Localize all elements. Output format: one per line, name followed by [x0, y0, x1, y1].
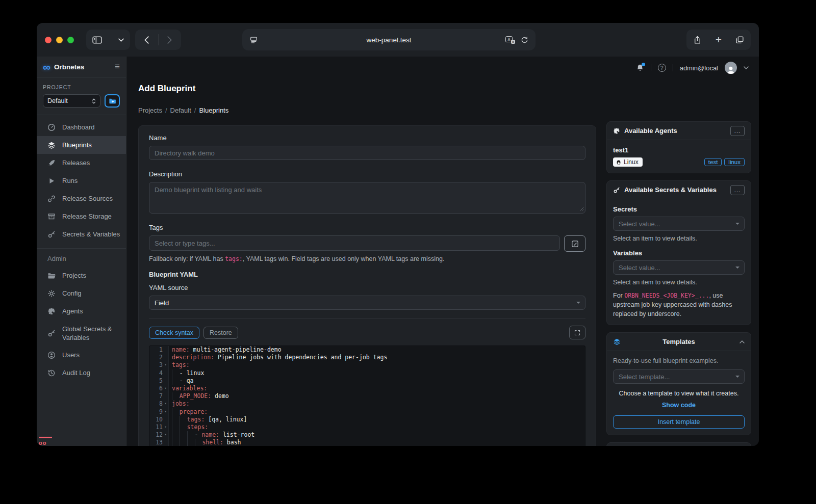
hamburger-menu-icon[interactable]: ≡	[115, 62, 120, 72]
close-window-button[interactable]	[45, 37, 52, 43]
editor-line[interactable]: 1name: multi-agent-pipeline-demo	[149, 346, 585, 354]
sidebar-item-release-sources[interactable]: Release Sources	[37, 190, 126, 207]
sidebar-item-label: Release Storage	[62, 212, 112, 221]
user-email[interactable]: admin@local	[680, 64, 718, 72]
panel-sidebar-icon[interactable]	[92, 36, 102, 44]
project-select-value: Default	[47, 97, 68, 104]
forward-button[interactable]	[158, 30, 181, 50]
editor-line[interactable]: 6▾variables:	[149, 385, 585, 392]
editor-line[interactable]: 2description: Pipeline jobs with depende…	[149, 354, 585, 361]
share-icon[interactable]	[693, 36, 702, 44]
user-menu-chevron-icon[interactable]	[744, 66, 749, 69]
description-textarea[interactable]	[149, 182, 585, 214]
editor-line[interactable]: 8▾jobs:	[149, 400, 585, 408]
collapse-chevron-icon[interactable]	[740, 340, 745, 343]
breadcrumb-separator: /	[165, 107, 167, 114]
editor-line[interactable]: 11▾steps:	[149, 423, 585, 431]
chevron-down-icon[interactable]	[118, 38, 124, 42]
sidebar-item-projects[interactable]: Projects	[37, 267, 126, 284]
editor-line[interactable]: 9▾prepare:	[149, 408, 585, 416]
tags-input[interactable]	[149, 235, 560, 251]
agent-tag-chip[interactable]: linux	[724, 158, 745, 166]
translate-icon[interactable]: Ax	[505, 36, 515, 43]
sidebar-item-secrets-variables[interactable]: Secrets & Variables	[37, 225, 126, 243]
divider	[651, 64, 651, 71]
sidebar-toggle-group[interactable]	[86, 30, 130, 50]
translate-x-glyph: x	[511, 40, 515, 44]
minimize-window-button[interactable]	[56, 37, 63, 43]
avatar[interactable]	[725, 62, 737, 74]
link-icon	[47, 195, 56, 203]
templates-subtitle: Ready-to-use full blueprint examples.	[613, 357, 745, 364]
sidebar-item-users[interactable]: Users	[37, 346, 126, 364]
blueprint-form-card: Name Description Tags	[138, 125, 596, 446]
panel-title: Templates	[662, 338, 695, 346]
check-syntax-button[interactable]: Check syntax	[149, 327, 199, 339]
editor-line[interactable]: 4- linux	[149, 369, 585, 377]
new-tab-icon[interactable]: +	[716, 34, 722, 46]
yaml-editor[interactable]: 1name: multi-agent-pipeline-demo2descrip…	[149, 346, 585, 446]
breadcrumb-blueprints[interactable]: Blueprints	[199, 107, 228, 114]
editor-line[interactable]: 5- qa	[149, 377, 585, 385]
secrets-select-placeholder: Select value...	[619, 220, 660, 228]
editor-line[interactable]: 3▾tags:	[149, 361, 585, 369]
variables-select[interactable]: Select value...	[613, 260, 745, 275]
sidebar-item-audit-log[interactable]: Audit Log	[37, 364, 126, 382]
browser-chrome: web-panel.test Ax +	[37, 23, 759, 57]
back-button[interactable]	[135, 30, 158, 50]
page-content: Add Blueprint Projects/Default/Blueprint…	[126, 79, 759, 446]
rocket-icon	[47, 159, 56, 167]
zoom-window-button[interactable]	[67, 37, 74, 43]
form-column: Add Blueprint Projects/Default/Blueprint…	[138, 79, 596, 446]
edit-tags-button[interactable]	[564, 235, 585, 252]
breadcrumb-projects[interactable]: Projects	[138, 107, 162, 114]
sidebar-item-global-secrets-variables[interactable]: Global Secrets & Variables	[37, 320, 126, 346]
sidebar-item-config[interactable]: Config	[37, 284, 126, 302]
gauge-icon	[47, 123, 56, 131]
admin-section-label: Admin	[37, 255, 126, 262]
sidebar-item-dashboard[interactable]: Dashboard	[37, 118, 126, 136]
template-select[interactable]: Select template...	[613, 369, 745, 384]
sidebar-item-releases[interactable]: Releases	[37, 154, 126, 172]
variables-select-placeholder: Select value...	[619, 264, 660, 272]
project-select[interactable]: Default	[43, 94, 100, 108]
sidebar-divider	[37, 115, 126, 115]
agents-menu-button[interactable]: ...	[730, 126, 745, 136]
address-bar[interactable]: web-panel.test Ax	[242, 29, 536, 50]
puzzle-icon	[613, 127, 620, 135]
fullscreen-editor-button[interactable]	[569, 326, 585, 339]
name-input[interactable]	[149, 146, 585, 160]
sidebar-item-release-storage[interactable]: Release Storage	[37, 207, 126, 225]
notifications-bell-icon[interactable]	[636, 64, 644, 72]
breadcrumb-default[interactable]: Default	[170, 107, 191, 114]
secrets-menu-button[interactable]: ...	[730, 185, 745, 195]
sidebar-item-agents[interactable]: Agents	[37, 302, 126, 320]
editor-line[interactable]: 10tags: [qa, linux]	[149, 416, 585, 423]
sidebar-item-blueprints[interactable]: Blueprints	[37, 136, 126, 154]
show-code-link[interactable]: Show code	[613, 402, 745, 409]
dev-overlay-badge: oo	[39, 437, 59, 446]
sidebar-item-label: Runs	[62, 176, 78, 185]
help-icon[interactable]: ?	[658, 64, 666, 72]
editor-line[interactable]: 7APP_MODE: demo	[149, 392, 585, 400]
reload-icon[interactable]	[521, 36, 528, 44]
restore-button[interactable]: Restore	[203, 327, 238, 339]
needs-code: ORBN_NEEDS_<JOB_KEY>_...	[624, 292, 709, 299]
add-project-button[interactable]	[105, 94, 120, 108]
sidebar-item-label: Releases	[62, 158, 90, 167]
yaml-source-select[interactable]: Field	[149, 296, 585, 310]
yaml-editor-lines: 1name: multi-agent-pipeline-demo2descrip…	[149, 346, 585, 446]
secrets-select[interactable]: Select value...	[613, 217, 745, 231]
url-text[interactable]: web-panel.test	[242, 36, 536, 44]
layers-icon	[613, 338, 621, 346]
form-divider	[149, 318, 585, 319]
tab-overview-icon[interactable]	[735, 36, 744, 44]
reader-icon[interactable]	[249, 36, 258, 44]
editor-line[interactable]: 13shell: bash	[149, 439, 585, 446]
insert-template-button[interactable]: Insert template	[613, 415, 745, 429]
agent-tag-chip[interactable]: test	[704, 158, 722, 166]
play-icon	[47, 177, 56, 185]
secrets-label: Secrets	[613, 205, 745, 213]
sidebar-item-runs[interactable]: Runs	[37, 172, 126, 190]
editor-line[interactable]: 12▾- name: list-root	[149, 431, 585, 439]
